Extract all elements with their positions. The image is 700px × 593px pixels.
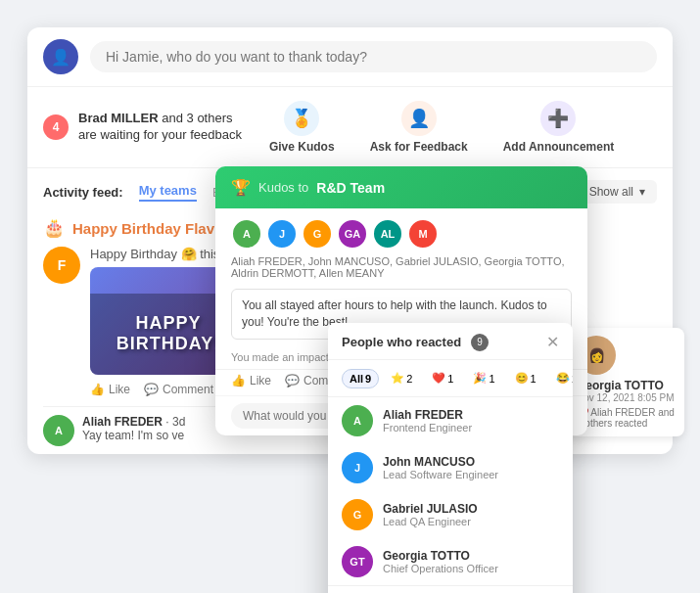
thank-input[interactable] <box>90 41 657 72</box>
birthday-title: Happy Birthday Flavio! <box>72 220 232 237</box>
filter-smile-button[interactable]: 😊 1 <box>507 368 544 388</box>
aliah-post-content: Aliah FREDER · 3d Yay team! I'm so ve <box>82 415 185 442</box>
feedback-text: Brad MILLER and 3 others are waiting for… <box>78 111 242 144</box>
reaction-av-3: GT <box>342 546 373 577</box>
give-kudos-button[interactable]: 🏅 Give Kudos <box>261 101 343 154</box>
trophy-icon: 🏆 <box>231 178 251 197</box>
aliah-text: Yay team! I'm so ve <box>82 429 185 442</box>
add-announcement-label: Add Announcement <box>503 140 615 154</box>
kudos-names: Aliah FREDER, John MANCUSO, Gabriel JULA… <box>215 253 587 285</box>
kudos-comment-button[interactable]: 💬 Com <box>285 374 328 388</box>
kudos-av-4: AL <box>372 218 403 250</box>
ask-feedback-button[interactable]: 👤 Ask for Feedback <box>362 101 476 154</box>
hug-emoji: 🤗 <box>181 247 201 261</box>
reaction-person-2: G Gabriel JULASIO Lead QA Engineer <box>328 491 573 538</box>
reactions-modal: People who reacted 9 ✕ All 9 ⭐ 2 ❤️ 1 🎉 … <box>328 323 573 593</box>
right-person-name: Georgia TOTTO <box>577 379 675 392</box>
user-avatar: 👤 <box>43 39 78 74</box>
feedback-count-badge: 4 <box>43 114 69 140</box>
star-emoji: ⭐ <box>391 372 404 385</box>
birthday-cake-icon: 🎂 <box>43 217 65 239</box>
aliah-name: Aliah FREDER · 3d <box>82 415 185 429</box>
thumb-up-icon: 👍 <box>90 383 105 396</box>
reaction-av-0: A <box>342 405 373 436</box>
feedback-others-text: and 3 others <box>162 111 232 125</box>
party-emoji: 🎉 <box>473 372 487 385</box>
filter-all-count: 9 <box>365 373 371 385</box>
kudos-modal-header: 🏆 Kudos to R&D Team <box>215 166 587 208</box>
main-container: 👤 4 Brad MILLER and 3 others are waiting… <box>0 0 700 593</box>
right-person-date: Nov 12, 2021 8:05 PM <box>577 392 675 403</box>
filter-all-label: All <box>350 373 363 385</box>
kudos-avatars: A J G GA AL M <box>215 208 587 253</box>
tab-my-teams[interactable]: My teams <box>139 183 197 202</box>
reactions-close-btn-row: Close <box>328 585 573 593</box>
reactions-title: People who reacted <box>342 335 461 349</box>
filter-heart-button[interactable]: ❤️ 1 <box>424 368 461 388</box>
reaction-person-0: A Aliah FREDER Frontend Engineer <box>328 397 573 444</box>
reaction-role-0: Frontend Engineer <box>383 422 472 433</box>
add-announcement-button[interactable]: ➕ Add Announcement <box>495 101 623 154</box>
right-person-reacted: ❤️ Aliah FREDER and 5 others reacted <box>577 407 675 429</box>
birthday-like-button[interactable]: 👍 Like <box>90 383 130 396</box>
birthday-like-label: Like <box>109 383 130 396</box>
kudos-comment-icon: 💬 <box>285 374 300 388</box>
reactions-modal-header: People who reacted 9 ✕ <box>328 323 573 360</box>
close-icon[interactable]: ✕ <box>546 333 559 351</box>
action-bar: 4 Brad MILLER and 3 others are waiting f… <box>27 87 673 168</box>
give-kudos-label: Give Kudos <box>269 140 335 154</box>
filter-star-button[interactable]: ⭐ 2 <box>383 368 420 388</box>
reactions-count-badge: 9 <box>471 334 489 351</box>
smile-emoji: 😊 <box>515 372 529 385</box>
feedback-icon: 👤 <box>401 101 437 136</box>
ask-feedback-label: Ask for Feedback <box>370 140 468 154</box>
filter-laugh-count: 1 <box>572 373 573 385</box>
birthday-img-text-line1: HAPPY <box>110 313 227 335</box>
kudos-like-button[interactable]: 👍 Like <box>231 374 271 388</box>
kudos-team-name: R&D Team <box>316 180 385 196</box>
reaction-av-1: J <box>342 452 373 483</box>
filter-party-button[interactable]: 🎉 1 <box>465 368 502 388</box>
filter-party-count: 1 <box>489 373 494 385</box>
kudos-av-0: A <box>231 218 262 250</box>
feed-title: Activity feed: <box>43 185 123 200</box>
kudos-av-5: M <box>407 218 439 250</box>
kudos-icon: 🏅 <box>284 101 319 136</box>
kudos-av-3: GA <box>337 218 368 250</box>
reaction-role-1: Lead Software Engineer <box>383 469 498 480</box>
birthday-comment-label: Comment <box>163 383 213 396</box>
feedback-waiting-text: are waiting for your feedback <box>78 127 242 142</box>
reaction-name-0: Aliah FREDER <box>383 408 472 422</box>
reaction-name-1: John MANCUSO <box>383 455 498 469</box>
kudos-thumb-icon: 👍 <box>231 374 246 388</box>
filter-star-count: 2 <box>406 373 412 385</box>
show-all-button[interactable]: Show all ▾ <box>578 180 657 204</box>
reaction-person-3-info: Georgia TOTTO Chief Operations Officer <box>383 549 498 574</box>
reaction-av-2: G <box>342 499 373 530</box>
reaction-person-1-info: John MANCUSO Lead Software Engineer <box>383 455 498 480</box>
filter-laugh-button[interactable]: 😂 1 <box>548 368 573 388</box>
aliah-avatar: A <box>43 415 74 446</box>
reaction-person-0-info: Aliah FREDER Frontend Engineer <box>383 408 472 433</box>
reaction-role-3: Chief Operations Officer <box>383 563 498 574</box>
filter-all-button[interactable]: All 9 <box>342 369 379 388</box>
birthday-img-text-line2: BIRTHDAY! <box>110 334 227 355</box>
filter-smile-count: 1 <box>531 373 537 385</box>
reaction-person-2-info: Gabriel JULASIO Lead QA Engineer <box>383 502 478 527</box>
announce-icon: ➕ <box>540 101 576 136</box>
show-all-label: Show all <box>589 185 633 199</box>
reaction-person-1: J John MANCUSO Lead Software Engineer <box>328 444 573 491</box>
reaction-name-3: Georgia TOTTO <box>383 549 498 563</box>
filter-heart-count: 1 <box>447 373 453 385</box>
heart-emoji: ❤️ <box>432 372 445 385</box>
reaction-role-2: Lead QA Engineer <box>383 516 478 527</box>
kudos-av-1: J <box>266 218 298 250</box>
kudos-av-2: G <box>302 218 333 250</box>
reaction-person-3: GT Georgia TOTTO Chief Operations Office… <box>328 538 573 585</box>
reaction-name-2: Gabriel JULASIO <box>383 502 478 516</box>
thank-bar: 👤 <box>27 27 673 87</box>
birthday-comment-button[interactable]: 💬 Comment <box>144 383 213 396</box>
kudos-comment-label: Com <box>303 374 328 388</box>
laugh-emoji: 😂 <box>556 372 570 385</box>
feedback-person: Brad MILLER <box>78 111 159 125</box>
